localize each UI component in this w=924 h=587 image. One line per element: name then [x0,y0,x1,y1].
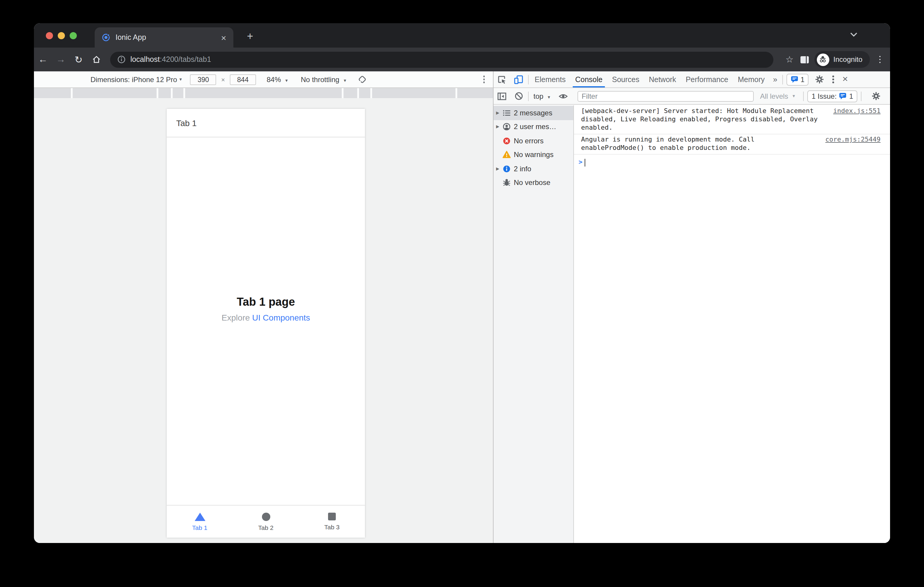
devtools-settings-icon[interactable] [811,75,828,84]
app-header: Tab 1 [167,109,365,137]
disclosure-triangle-icon[interactable]: ▶ [493,125,502,129]
sidebar-item-info[interactable]: ▶ 2 info [493,162,573,176]
window-zoom-button[interactable] [70,32,77,39]
triangle-icon [195,512,205,521]
app-tab-label: Tab 1 [192,524,207,531]
disclosure-triangle-icon[interactable]: ▶ [493,166,502,171]
console-issues-button[interactable]: 1 Issue: 1 [808,90,857,102]
tab-memory[interactable]: Memory [733,71,769,87]
log-levels-select[interactable]: All levels ▾ [760,92,797,100]
sidebar-item-messages[interactable]: ▶ 2 messages [493,106,573,120]
inspect-element-icon[interactable] [493,75,510,84]
app-tab-label: Tab 2 [258,524,273,531]
text-caret [585,158,585,166]
url-host: localhost [130,55,160,64]
device-width-input[interactable] [190,74,216,85]
window-content: Dimensions: iPhone 12 Pro ▾ × 84% ▾ No t… [34,71,890,543]
app-tab-bar: Tab 1 Tab 2 Tab 3 [167,505,365,538]
new-tab-button[interactable]: + [242,29,258,44]
ellipse-icon [262,512,270,521]
incognito-badge[interactable]: Incognito [815,51,870,68]
console-sidebar-toggle-icon[interactable] [493,91,510,101]
device-height-input[interactable] [230,74,256,85]
console-toolbar: top ▾ All levels ▾ 1 Issue: 1 [493,88,890,105]
browser-tab-title: Ionic App [116,33,221,42]
sidebar-item-label: No verbose [514,179,550,187]
console-message-text: [webpack-dev-server] Server started: Hot… [581,107,828,132]
disclosure-triangle-icon[interactable]: ▶ [493,111,502,115]
console-message-row[interactable]: Angular is running in development mode. … [574,134,890,155]
browser-tab-ionic-app[interactable]: Ionic App × [95,27,233,48]
tab-sources[interactable]: Sources [607,71,644,87]
app-tab-3[interactable]: Tab 3 [299,505,365,538]
window-minimize-button[interactable] [58,32,65,39]
sidebar-item-label: No warnings [514,151,553,159]
back-button[interactable]: ← [34,54,52,65]
more-tabs-icon[interactable]: » [769,75,781,84]
user-messages-icon [502,123,511,131]
device-toolbar-menu-icon[interactable] [478,76,489,83]
execution-context-select[interactable]: top ▾ [533,92,553,100]
console-prompt[interactable]: > [574,155,890,166]
forward-button[interactable]: → [52,54,70,65]
clear-console-icon[interactable] [510,92,527,100]
console-messages: [webpack-dev-server] Server started: Hot… [574,105,890,543]
url-path: :4200/tabs/tab1 [160,55,211,64]
issue-bubble-icon [790,76,798,83]
home-button[interactable] [87,55,106,64]
sidebar-item-errors[interactable]: No errors [493,134,573,148]
devtools-panel: Elements Console Sources Network Perform… [493,71,890,543]
app-main-content: Tab 1 page Explore UI Components [167,296,365,322]
app-tab-1[interactable]: Tab 1 [167,505,233,538]
console-source-link[interactable]: core.mjs:25449 [825,136,881,144]
media-query-ruler [34,88,493,98]
device-toolbar-toggle-icon[interactable] [510,75,527,84]
tab-console[interactable]: Console [570,71,607,87]
device-throttling-select[interactable]: No throttling ▾ [301,75,348,84]
console-message-row[interactable]: [webpack-dev-server] Server started: Hot… [574,105,890,134]
dimensions-times-separator: × [221,76,225,83]
side-panel-icon[interactable] [800,55,810,64]
verbose-bug-icon [502,179,511,187]
app-header-title: Tab 1 [176,118,197,128]
sidebar-item-warnings[interactable]: No warnings [493,148,573,162]
tab-elements[interactable]: Elements [530,71,570,87]
sidebar-item-verbose[interactable]: No verbose [493,176,573,190]
dimensions-caret-icon: ▾ [180,77,182,82]
app-tab-label: Tab 3 [324,523,339,531]
devtools-close-icon[interactable]: × [839,74,853,86]
sidebar-item-label: 2 info [514,165,531,173]
reload-button[interactable]: ↻ [70,54,87,65]
tab-close-icon[interactable]: × [221,33,226,42]
device-dimensions-select[interactable]: Dimensions: iPhone 12 Pro [91,75,177,84]
square-icon [328,513,336,520]
device-toolbar: Dimensions: iPhone 12 Pro ▾ × 84% ▾ No t… [34,71,493,88]
prompt-chevron-icon: > [576,158,585,166]
window-close-button[interactable] [46,32,53,39]
tab-performance[interactable]: Performance [681,71,733,87]
app-viewport: Tab 1 Tab 1 page Explore UI Components T… [167,109,365,538]
sidebar-item-user-messages[interactable]: ▶ 2 user mes… [493,120,573,134]
devtools-tab-row: Elements Console Sources Network Perform… [493,71,890,88]
incognito-icon [817,53,829,66]
address-bar[interactable]: localhost:4200/tabs/tab1 [110,51,774,67]
page-info-icon[interactable] [117,55,125,64]
incognito-label: Incognito [833,55,862,64]
device-zoom-select[interactable]: 84% ▾ [267,75,290,84]
browser-menu-icon[interactable] [874,56,885,63]
bookmark-star-icon[interactable]: ☆ [785,54,794,65]
console-filter-input[interactable] [578,91,754,101]
live-expression-eye-icon[interactable] [555,92,571,100]
ui-components-link[interactable]: UI Components [252,313,310,322]
tab-network[interactable]: Network [644,71,681,87]
rotate-device-icon[interactable] [358,75,367,84]
issues-counter[interactable]: 1 [786,74,808,86]
tab-search-chevron-icon[interactable] [850,32,857,37]
messages-list-icon [502,109,511,117]
console-settings-icon[interactable] [868,92,884,100]
app-tab-2[interactable]: Tab 2 [233,505,299,538]
device-emulation-pane: Dimensions: iPhone 12 Pro ▾ × 84% ▾ No t… [34,71,493,543]
console-source-link[interactable]: index.js:551 [833,107,881,115]
devtools-menu-icon[interactable] [828,76,839,83]
browser-window: Ionic App × + ← → ↻ localhost:4200/tabs/… [34,23,890,543]
